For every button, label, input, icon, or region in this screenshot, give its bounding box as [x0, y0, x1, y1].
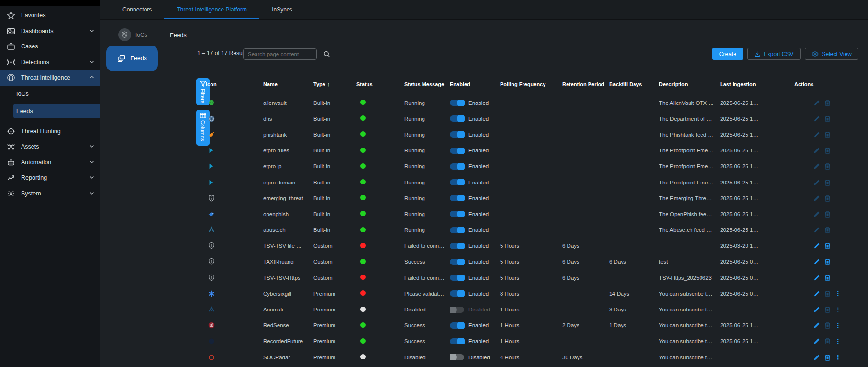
delete-button[interactable]	[824, 115, 831, 122]
enabled-toggle[interactable]	[450, 307, 464, 313]
table-row[interactable]: TSV-TSV file …CustomFailed to conn…Enabl…	[206, 238, 868, 254]
table-row[interactable]: alienvaultBuilt-inRunningEnabledThe Alie…	[206, 95, 868, 111]
edit-button[interactable]	[813, 115, 820, 122]
edit-button[interactable]	[813, 322, 820, 329]
sidebar-item-dashboards[interactable]: Dashboards	[0, 23, 100, 39]
delete-button[interactable]	[824, 338, 831, 344]
edit-button[interactable]	[813, 163, 820, 170]
edit-button[interactable]	[813, 227, 820, 233]
search-input[interactable]	[244, 51, 323, 57]
delete-button[interactable]	[824, 163, 831, 170]
export-csv-button[interactable]: Export CSV	[747, 48, 801, 60]
enabled-toggle[interactable]	[450, 354, 464, 360]
edit-button[interactable]	[813, 147, 820, 154]
sidebar-item-favorites[interactable]: Favorites	[0, 8, 100, 23]
table-row[interactable]: phishtankBuilt-inRunningEnabledThe Phish…	[206, 126, 868, 142]
delete-button[interactable]	[824, 195, 831, 202]
sidebar-item-automation[interactable]: Automation	[0, 155, 100, 171]
enabled-toggle[interactable]	[450, 290, 464, 297]
table-row[interactable]: etpro ipBuilt-inRunningEnabledThe Proofp…	[206, 159, 868, 174]
delete-button[interactable]	[824, 147, 831, 154]
table-row[interactable]: abuse.chBuilt-inRunningEnabledThe Abuse.…	[206, 222, 868, 238]
enabled-toggle[interactable]	[450, 243, 464, 249]
enabled-toggle[interactable]	[450, 179, 464, 185]
delete-button[interactable]	[824, 322, 831, 329]
delete-button[interactable]	[824, 354, 831, 361]
column-header-name[interactable]: Name	[263, 81, 313, 87]
column-header-last-ingestion[interactable]: Last Ingestion	[720, 81, 794, 87]
delete-button[interactable]	[824, 179, 831, 186]
tab-threat-intelligence-platform[interactable]: Threat Intelligence Platform	[164, 0, 259, 19]
column-header-status-message[interactable]: Status Message	[404, 81, 450, 87]
table-row[interactable]: etpro rulesBuilt-inRunningEnabledThe Pro…	[206, 143, 868, 159]
tab-connectors[interactable]: Connectors	[110, 0, 164, 19]
column-header-status[interactable]: Status	[356, 81, 404, 87]
more-actions-button[interactable]: ⋮	[835, 322, 841, 329]
enabled-toggle[interactable]	[450, 163, 464, 170]
sidebar-item-detections[interactable]: Detections	[0, 55, 100, 70]
enabled-toggle[interactable]	[450, 195, 464, 201]
more-actions-button[interactable]: ⋮	[835, 338, 841, 344]
table-row[interactable]: etpro domainBuilt-inRunningEnabledThe Pr…	[206, 174, 868, 190]
more-actions-button[interactable]: ⋮	[835, 307, 841, 313]
column-header-icon[interactable]: Icon	[206, 81, 263, 87]
edit-button[interactable]	[813, 100, 820, 106]
more-actions-button[interactable]: ⋮	[835, 354, 841, 360]
table-row[interactable]: SOCRadarPremiumDisabledDisabled4 Hours30…	[206, 349, 868, 365]
delete-button[interactable]	[824, 131, 831, 138]
edit-button[interactable]	[813, 211, 820, 218]
delete-button[interactable]	[824, 258, 831, 265]
table-row[interactable]: CybersixgillPremiumPlease validat…Enable…	[206, 286, 868, 301]
delete-button[interactable]	[824, 290, 831, 297]
edit-button[interactable]	[813, 258, 820, 265]
tab-insyncs[interactable]: InSyncs	[259, 0, 305, 19]
delete-button[interactable]	[824, 211, 831, 218]
sidebar-item-assets[interactable]: Assets	[0, 139, 100, 155]
column-header-enabled[interactable]: Enabled	[450, 81, 500, 87]
enabled-toggle[interactable]	[450, 227, 464, 233]
enabled-toggle[interactable]	[450, 211, 464, 217]
sidebar-item-reporting[interactable]: Reporting	[0, 170, 100, 186]
enabled-toggle[interactable]	[450, 259, 464, 265]
column-header-actions[interactable]: Actions	[794, 81, 868, 87]
edit-button[interactable]	[813, 179, 820, 186]
sidebar-item-system[interactable]: System	[0, 186, 100, 202]
delete-button[interactable]	[824, 242, 831, 249]
more-actions-button[interactable]: ⋮	[835, 290, 841, 297]
column-header-polling-frequency[interactable]: Polling Frequency	[500, 81, 562, 87]
select-view-button[interactable]: Select View	[805, 48, 858, 60]
edit-button[interactable]	[813, 338, 820, 344]
table-row[interactable]: RecordedFuturePremiumSuccessEnabled1 Hou…	[206, 333, 868, 349]
enabled-toggle[interactable]	[450, 115, 464, 122]
delete-button[interactable]	[824, 227, 831, 233]
enabled-toggle[interactable]	[450, 275, 464, 281]
edit-button[interactable]	[813, 275, 820, 281]
table-row[interactable]: emerging_threatBuilt-inRunningEnabledThe…	[206, 190, 868, 206]
edit-button[interactable]	[813, 354, 820, 361]
delete-button[interactable]	[824, 275, 831, 281]
sidebar-item-threat-intelligence[interactable]: Threat Intelligence	[0, 70, 100, 86]
sidebar-item-cases[interactable]: Cases	[0, 39, 100, 55]
iocs-nav-button[interactable]: IoCs	[118, 28, 147, 41]
feeds-nav-button[interactable]: Feeds	[106, 46, 158, 71]
enabled-toggle[interactable]	[450, 100, 464, 106]
enabled-toggle[interactable]	[450, 322, 464, 329]
sidebar-item-threat-hunting[interactable]: Threat Hunting	[0, 124, 100, 139]
column-header-description[interactable]: Description	[659, 81, 720, 87]
table-row[interactable]: RedSensePremiumSuccessEnabled1 Hours2 Da…	[206, 318, 868, 333]
table-row[interactable]: dhsBuilt-inRunningEnabledThe Department …	[206, 111, 868, 126]
table-row[interactable]: openphishBuilt-inRunningEnabledThe OpenP…	[206, 206, 868, 222]
edit-button[interactable]	[813, 306, 820, 313]
search-icon[interactable]	[323, 51, 330, 57]
column-header-type[interactable]: Type↑	[313, 81, 356, 87]
enabled-toggle[interactable]	[450, 148, 464, 154]
enabled-toggle[interactable]	[450, 338, 464, 344]
edit-button[interactable]	[813, 195, 820, 202]
enabled-toggle[interactable]	[450, 131, 464, 138]
table-row[interactable]: AnomaliPremiumDisabledDisabled1 Hours3 D…	[206, 301, 868, 317]
sidebar-item-iocs[interactable]: IoCs	[0, 86, 100, 103]
sidebar-item-feeds[interactable]: Feeds	[13, 104, 100, 118]
edit-button[interactable]	[813, 131, 820, 138]
table-row[interactable]: TSV-TSV-HttpsCustomFailed to conn…Enable…	[206, 270, 868, 286]
edit-button[interactable]	[813, 242, 820, 249]
